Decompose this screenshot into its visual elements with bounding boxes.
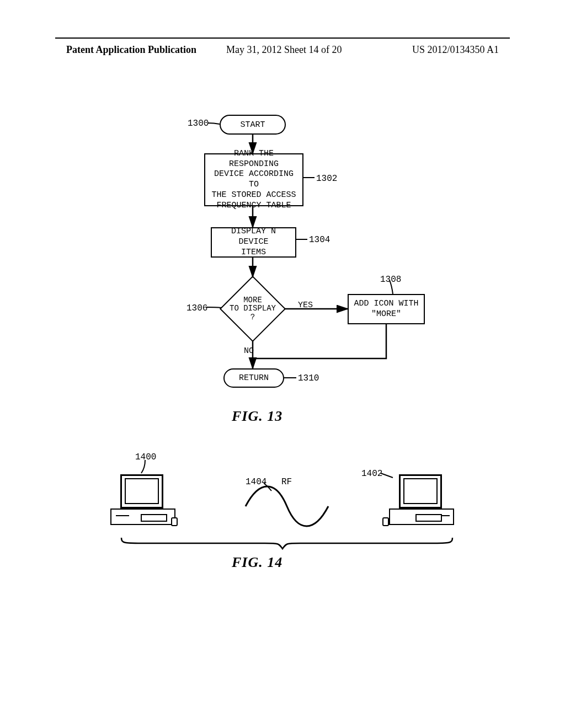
ref-1310: 1310 <box>298 373 319 383</box>
rank-text: RANK THE RESPONDING DEVICE ACCORDING TO … <box>209 149 299 211</box>
fig14-caption: FIG. 14 <box>232 554 282 571</box>
display-text: DISPLAY N DEVICE ITEMS <box>215 227 292 258</box>
ref-1300: 1300 <box>188 119 209 129</box>
ref-1302: 1302 <box>316 174 337 184</box>
display-box: DISPLAY N DEVICE ITEMS <box>211 227 296 258</box>
ref-1306: 1306 <box>186 303 207 313</box>
ref-1308: 1308 <box>380 275 401 285</box>
figure-13-flowchart: START RANK THE RESPONDING DEVICE ACCORDI… <box>0 0 565 728</box>
return-label: RETURN <box>239 373 269 383</box>
no-label: NO <box>244 346 254 356</box>
start-label: START <box>240 120 265 130</box>
decision-text: MORE TO DISPLAY ? <box>230 296 276 322</box>
computer-right-icon <box>389 474 455 535</box>
add-icon-text: ADD ICON WITH "MORE" <box>354 299 418 320</box>
computer-left-icon <box>110 474 177 535</box>
ref-1304: 1304 <box>309 235 330 245</box>
patent-page: Patent Application Publication May 31, 2… <box>0 0 565 728</box>
yes-label: YES <box>298 301 313 310</box>
ref-1400: 1400 <box>135 452 156 462</box>
rf-label: RF <box>281 477 292 487</box>
rank-box: RANK THE RESPONDING DEVICE ACCORDING TO … <box>204 153 303 206</box>
ref-1404: 1404 <box>246 477 266 487</box>
more-decision: MORE TO DISPLAY ? <box>220 276 286 342</box>
return-terminator: RETURN <box>223 368 284 388</box>
fig13-caption: FIG. 13 <box>232 408 282 425</box>
ref-1402: 1402 <box>361 469 382 479</box>
add-icon-box: ADD ICON WITH "MORE" <box>348 294 425 324</box>
start-terminator: START <box>220 115 286 135</box>
